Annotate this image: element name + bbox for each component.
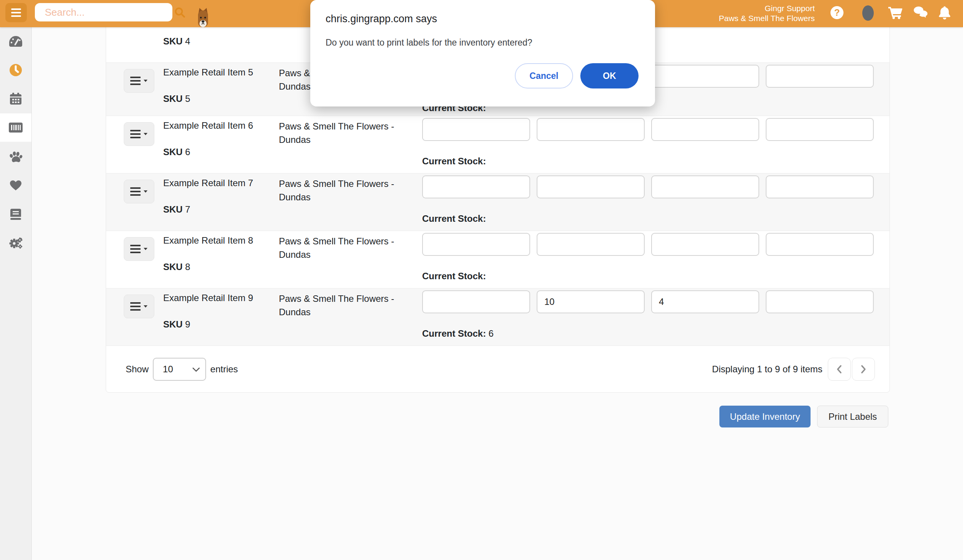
user-avatar[interactable] — [862, 5, 874, 21]
current-stock: Current Stock: — [422, 271, 486, 282]
print-labels-button[interactable]: Print Labels — [817, 406, 888, 427]
gears-icon — [8, 236, 23, 250]
notifications-button[interactable] — [938, 6, 951, 20]
sidebar-item-calendar[interactable] — [0, 85, 31, 113]
sidebar-item-reports[interactable] — [0, 200, 31, 228]
sidebar-item-animals[interactable] — [0, 143, 31, 171]
clock-icon — [8, 63, 23, 77]
qty-input-2[interactable] — [537, 290, 645, 313]
table-row: Example Retail Item 8 SKU 8 Paws & Smell… — [106, 231, 889, 288]
svg-text:?: ? — [834, 7, 840, 18]
speedometer-icon — [8, 35, 23, 47]
chevron-down-icon — [143, 133, 148, 136]
search-button[interactable] — [174, 7, 191, 18]
chevron-down-icon — [143, 190, 148, 193]
dialog-message: Do you want to print labels for the inve… — [326, 38, 532, 48]
qty-input-3[interactable] — [651, 65, 759, 88]
row-actions-button[interactable] — [124, 237, 154, 261]
account-info: Gingr Support Paws & Smell The Flowers — [719, 3, 815, 23]
item-location-line2: Dundas — [279, 248, 411, 261]
row-actions-button[interactable] — [124, 180, 154, 203]
heart-icon — [9, 180, 22, 191]
item-name: Example Retail Item 8 — [163, 235, 272, 246]
item-location-line1: Paws & Smell The Flowers - — [279, 292, 411, 305]
hamburger-icon — [11, 8, 21, 10]
row-actions-button[interactable] — [124, 69, 154, 93]
qty-input-2[interactable] — [537, 118, 645, 141]
entries-label: entries — [210, 364, 238, 375]
pagination-bar: Show 10 entries Displaying 1 to 9 of 9 i… — [106, 346, 889, 392]
pagination-status: Displaying 1 to 9 of 9 items — [712, 364, 822, 375]
row-actions-button[interactable] — [124, 122, 154, 146]
menu-icon — [130, 77, 141, 85]
sidebar-item-wellness[interactable] — [0, 171, 31, 200]
qty-input-3[interactable] — [651, 118, 759, 141]
qty-input-1[interactable] — [422, 290, 530, 313]
browser-confirm-dialog: chris.gingrapp.com says Do you want to p… — [310, 0, 655, 106]
item-name: Example Retail Item 6 — [163, 120, 272, 131]
bell-icon — [938, 6, 951, 20]
item-location-line2: Dundas — [279, 133, 411, 146]
item-location-line1: Paws & Smell The Flowers - — [279, 120, 411, 133]
show-label: Show — [126, 364, 149, 375]
qty-input-1[interactable] — [422, 118, 530, 141]
item-sku: SKU 7 — [163, 204, 190, 215]
search-input[interactable] — [35, 6, 174, 19]
item-sku: SKU 9 — [163, 319, 190, 330]
ok-button[interactable]: OK — [580, 63, 639, 88]
qty-input-3[interactable] — [651, 233, 759, 256]
qty-input-4[interactable] — [766, 118, 874, 141]
cart-icon — [888, 6, 902, 19]
qty-input-1[interactable] — [422, 233, 530, 256]
sidebar-item-dashboard[interactable] — [0, 27, 31, 56]
sidebar-item-pos-inventory[interactable] — [0, 113, 31, 142]
chevron-left-icon — [835, 364, 843, 374]
table-row: Example Retail Item 7 SKU 7 Paws & Smell… — [106, 174, 889, 231]
table-row: Example Retail Item 9 SKU 9 Paws & Smell… — [106, 288, 889, 346]
chevron-right-icon — [859, 364, 868, 374]
main-menu-button[interactable] — [5, 3, 27, 22]
question-circle-icon: ? — [830, 5, 844, 20]
qty-input-1[interactable] — [422, 175, 530, 198]
qty-input-3[interactable] — [651, 175, 759, 198]
qty-input-2[interactable] — [537, 175, 645, 198]
qty-input-2[interactable] — [537, 233, 645, 256]
menu-icon — [130, 245, 141, 253]
prev-page-button[interactable] — [828, 358, 851, 381]
item-location-line1: Paws & Smell The Flowers - — [279, 234, 411, 248]
qty-input-3[interactable] — [651, 290, 759, 313]
next-page-button[interactable] — [852, 358, 875, 381]
item-sku: SKU 8 — [163, 262, 190, 272]
row-actions-button[interactable] — [124, 295, 154, 318]
account-location: Paws & Smell The Flowers — [719, 13, 815, 23]
item-location-line2: Dundas — [279, 190, 411, 204]
dialog-title: chris.gingrapp.com says — [326, 13, 437, 25]
chat-bubbles-icon — [913, 6, 929, 19]
menu-icon — [130, 187, 141, 196]
qty-input-4[interactable] — [766, 290, 874, 313]
qty-input-4[interactable] — [766, 175, 874, 198]
messages-button[interactable] — [913, 6, 929, 19]
qty-input-4[interactable] — [766, 233, 874, 256]
chevron-down-icon — [143, 79, 148, 82]
barcode-icon — [8, 122, 23, 133]
search-icon — [174, 7, 185, 18]
table-row: Example Retail Item 6 SKU 6 Paws & Smell… — [106, 116, 889, 174]
cancel-button[interactable]: Cancel — [515, 63, 573, 88]
help-button[interactable]: ? — [830, 5, 844, 20]
item-name: Example Retail Item 9 — [163, 292, 272, 304]
book-icon — [9, 208, 22, 220]
qty-input-4[interactable] — [766, 65, 874, 88]
current-stock: Current Stock: — [422, 156, 486, 167]
page-size-select[interactable]: 10 — [153, 358, 206, 381]
item-location-line1: Paws & Smell The Flowers - — [279, 177, 411, 190]
pos-cart-button[interactable] — [888, 6, 902, 19]
update-inventory-button[interactable]: Update Inventory — [719, 406, 811, 427]
item-sku: SKU 4 — [163, 36, 190, 47]
global-search — [35, 3, 172, 21]
sidebar-item-settings[interactable] — [0, 229, 31, 257]
item-name: Example Retail Item 7 — [163, 177, 272, 189]
chevron-down-icon — [143, 247, 148, 251]
account-user: Gingr Support — [719, 3, 815, 13]
sidebar-item-time-clock[interactable] — [0, 56, 31, 84]
